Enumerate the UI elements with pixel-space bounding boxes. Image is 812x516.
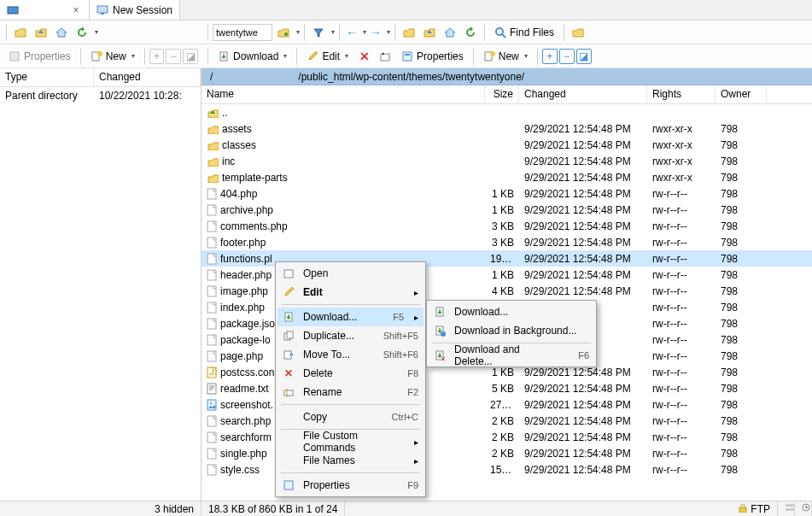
root-folder-button[interactable] (32, 23, 50, 42)
col-changed[interactable]: Changed (94, 68, 201, 86)
file-rights: rw-r--r-- (647, 366, 716, 379)
properties-button-left[interactable]: Properties (3, 47, 76, 66)
col-size[interactable]: Size (485, 85, 519, 103)
svg-rect-41 (287, 331, 293, 338)
dropdown-icon[interactable]: ▾ (95, 28, 98, 36)
svg-rect-38 (284, 270, 293, 278)
col-type[interactable]: Type (0, 68, 94, 86)
rename-button[interactable] (376, 47, 394, 66)
back-arrow-icon[interactable]: ← (344, 26, 359, 39)
invert-button[interactable]: ◪ (183, 49, 198, 64)
ctx-edit[interactable]: Edit ▸ (277, 283, 424, 302)
col-changed[interactable]: Changed (519, 85, 647, 103)
dropdown-icon[interactable]: ▾ (296, 28, 300, 36)
remote-path-bar[interactable]: //public_html/wp-content/themes/twentytw… (202, 68, 812, 85)
ctx-custom-commands[interactable]: File Custom Commands ▸ (277, 432, 424, 451)
properties-label: Properties (24, 50, 71, 62)
dropdown-icon[interactable]: ▾ (387, 28, 390, 36)
edit-icon (307, 50, 318, 62)
refresh-button[interactable] (461, 23, 480, 42)
list-item[interactable]: comments.php3 KB9/29/2021 12:54:48 PMrw-… (202, 218, 812, 234)
minus-button[interactable]: − (559, 49, 575, 64)
svg-rect-16 (207, 221, 216, 232)
ctx-open[interactable]: Open (277, 264, 424, 283)
delete-button[interactable]: ✕ (355, 47, 374, 66)
col-name[interactable]: Name (202, 85, 485, 103)
close-tab-icon[interactable]: × (70, 4, 82, 16)
svg-rect-20 (207, 286, 216, 296)
find-files-button[interactable]: Find Files (489, 23, 559, 42)
status-bar: 3 hidden 18.3 KB of 860 KB in 1 of 24 FT… (0, 501, 812, 516)
ctx-download[interactable]: Download... F5 ▸ (277, 308, 424, 326)
root-folder-button[interactable] (420, 23, 439, 42)
go-button[interactable] (274, 23, 293, 42)
file-owner: 798 (716, 155, 767, 168)
parent-folder-button[interactable] (400, 23, 418, 42)
forward-arrow-icon[interactable]: → (368, 26, 383, 39)
local-file-list[interactable]: Parent directory 10/22/2021 10:28: (0, 87, 201, 501)
move-icon (281, 347, 296, 362)
sync-button[interactable] (569, 23, 587, 42)
ctx-moveto[interactable]: Move To... Shift+F6 (277, 345, 424, 364)
edit-button[interactable]: Edit ▾ (301, 47, 353, 66)
sub-download-bg[interactable]: Download in Background... (429, 321, 594, 340)
plus-button[interactable]: + (542, 49, 558, 64)
invert-button[interactable]: ◪ (576, 49, 592, 64)
col-owner[interactable]: Owner (716, 85, 767, 103)
svg-rect-35 (786, 504, 794, 507)
file-size: 2 KB (485, 447, 519, 460)
download-button[interactable]: Download ▾ (213, 47, 292, 66)
list-item[interactable]: .. (202, 104, 812, 120)
file-owner: 798 (716, 268, 767, 282)
sub-download[interactable]: Download... (429, 302, 594, 321)
status-queue-icon[interactable] (778, 501, 795, 516)
lock-icon (738, 504, 748, 513)
status-time-icon[interactable] (795, 501, 812, 516)
new-button-right[interactable]: New ▾ (478, 47, 533, 66)
ctx-copy[interactable]: Copy Ctrl+C (277, 408, 424, 426)
ctx-delete[interactable]: ✕ Delete F8 (277, 364, 424, 383)
refresh-button[interactable] (73, 23, 91, 42)
ctx-properties-accel: F9 (407, 480, 418, 490)
home-button[interactable] (441, 23, 459, 42)
local-columns: Type Changed (0, 68, 201, 87)
file-icon (207, 285, 217, 297)
list-item[interactable]: inc9/29/2021 12:54:48 PMrwxr-xr-x798 (202, 153, 812, 169)
submenu-arrow-icon: ▸ (414, 313, 418, 322)
plus-button[interactable]: + (149, 49, 165, 64)
dropdown-icon[interactable]: ▾ (331, 28, 335, 36)
tab-new-session[interactable]: New Session (90, 0, 180, 20)
filter-button[interactable] (309, 23, 328, 42)
list-item[interactable]: archive.php1 KB9/29/2021 12:54:48 PMrw-r… (202, 202, 812, 218)
properties-button-right[interactable]: Properties (396, 47, 469, 66)
ctx-copy-accel: Ctrl+C (392, 412, 418, 422)
home-button[interactable] (52, 23, 71, 42)
svg-rect-11 (405, 54, 410, 56)
sub-download-delete[interactable]: Download and Delete... F6 (429, 346, 594, 365)
parent-folder-button[interactable] (11, 23, 30, 42)
list-item[interactable]: assets9/29/2021 12:54:48 PMrwxr-xr-x798 (202, 120, 812, 137)
list-item[interactable]: 404.php1 KB9/29/2021 12:54:48 PMrw-r--r-… (202, 185, 812, 202)
ctx-properties[interactable]: Properties F9 (277, 476, 424, 495)
dropdown-icon[interactable]: ▾ (363, 28, 366, 36)
tab-current-session[interactable]: × (0, 0, 90, 20)
list-item[interactable]: classes9/29/2021 12:54:48 PMrwxr-xr-x798 (202, 137, 812, 153)
file-icon: JS (207, 366, 217, 378)
new-icon (91, 50, 102, 62)
list-item[interactable]: Parent directory 10/22/2021 10:28: (0, 87, 201, 103)
ctx-duplicate[interactable]: Duplicate... Shift+F5 (277, 326, 424, 345)
list-item[interactable]: template-parts9/29/2021 12:54:48 PMrwxr-… (202, 169, 812, 185)
ctx-properties-label: Properties (303, 479, 383, 491)
address-input[interactable] (213, 24, 272, 41)
new-button-left[interactable]: New ▾ (85, 47, 140, 66)
file-rights: rw-r--r-- (647, 187, 716, 201)
svg-rect-24 (207, 351, 216, 361)
ctx-rename[interactable]: Rename F2 (277, 383, 424, 402)
col-rights[interactable]: Rights (647, 85, 716, 103)
file-changed: 9/29/2021 12:54:48 PM (519, 447, 647, 460)
minus-button[interactable]: − (166, 49, 181, 64)
file-changed: 10/22/2021 10:28: (94, 89, 201, 103)
sub-download-label: Download... (454, 306, 589, 318)
ctx-filenames[interactable]: File Names ▸ (277, 451, 424, 470)
list-item[interactable]: footer.php3 KB9/29/2021 12:54:48 PMrw-r-… (202, 234, 812, 250)
